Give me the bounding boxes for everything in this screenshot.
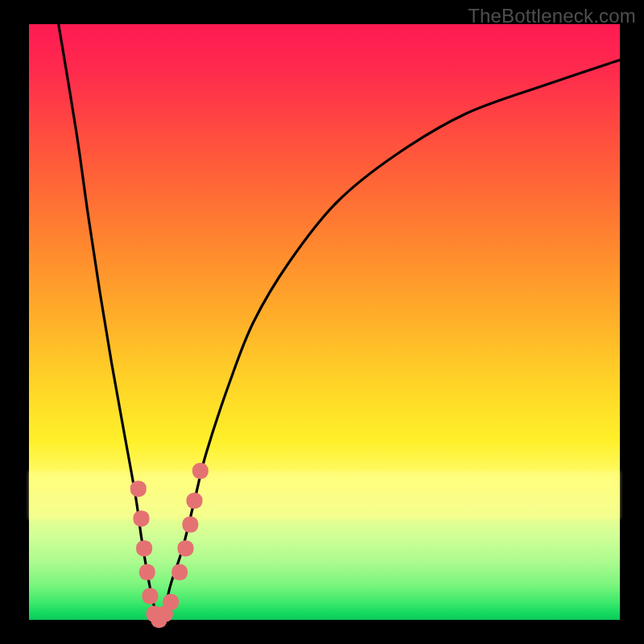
curve-marker [192, 463, 208, 479]
curve-marker [171, 564, 188, 580]
curve-marker [136, 540, 152, 556]
curve-marker [178, 540, 194, 556]
curve-layer [29, 24, 620, 620]
curve-marker [133, 510, 149, 526]
curve-marker [130, 481, 147, 497]
curve-marker [182, 517, 198, 533]
curve-marker [139, 564, 155, 580]
curve-marker [142, 588, 158, 604]
bottleneck-curve [59, 24, 620, 620]
plot-area [29, 24, 620, 620]
chart-frame: TheBottleneck.com [0, 0, 644, 644]
curve-marker [187, 493, 203, 509]
curve-marker [163, 594, 179, 610]
watermark-text: TheBottleneck.com [468, 5, 636, 27]
